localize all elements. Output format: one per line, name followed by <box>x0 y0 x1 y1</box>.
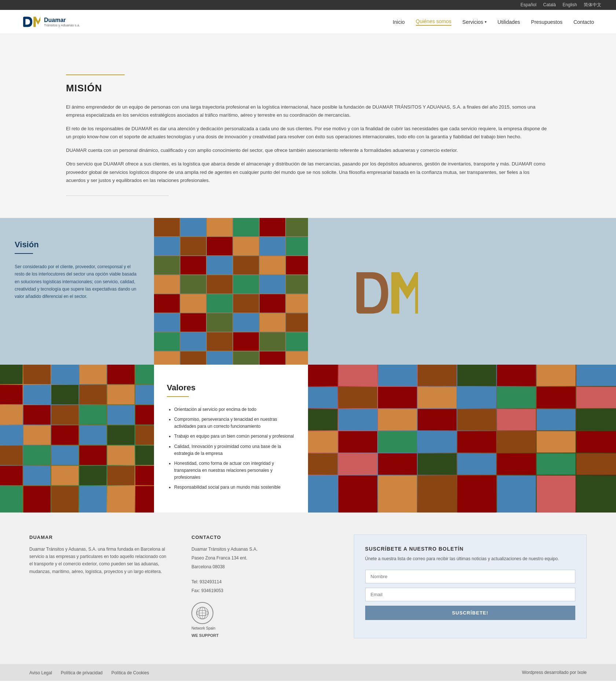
svg-rect-65 <box>135 405 154 424</box>
footer-company-description: Duamar Tránsitos y Aduanas, S.A. una fir… <box>29 546 169 576</box>
newsletter-email-input[interactable] <box>365 588 575 601</box>
valores-divider <box>167 396 189 397</box>
logo-subtitle: Tránsitos y Aduanas s.a. <box>44 23 80 27</box>
svg-rect-31 <box>180 313 206 332</box>
svg-rect-90 <box>308 365 338 386</box>
svg-rect-38 <box>207 332 232 351</box>
svg-rect-74 <box>51 445 78 465</box>
svg-rect-30 <box>154 313 180 332</box>
svg-rect-101 <box>418 387 456 408</box>
svg-rect-96 <box>537 365 576 386</box>
svg-rect-20 <box>207 275 232 293</box>
svg-rect-137 <box>576 475 616 513</box>
newsletter-box: SUSCRÍBETE A NUESTRO BOLETÍN Únete a nue… <box>354 535 587 638</box>
svg-rect-34 <box>260 313 285 332</box>
svg-rect-77 <box>135 445 154 465</box>
svg-rect-36 <box>154 332 180 351</box>
top-bar: Español Català English 简体中文 <box>0 0 616 10</box>
logo[interactable]: Duamar Tránsitos y Aduanas s.a. <box>22 15 80 28</box>
svg-rect-35 <box>286 313 308 332</box>
footer: DUAMAR Duamar Tránsitos y Aduanas, S.A. … <box>0 513 616 664</box>
lang-chinese[interactable]: 简体中文 <box>584 2 601 7</box>
svg-rect-48 <box>0 365 23 384</box>
nav-servicios[interactable]: Servicios ▾ <box>462 19 487 25</box>
lang-catala[interactable]: Català <box>543 2 556 7</box>
svg-rect-41 <box>286 332 308 351</box>
svg-rect-117 <box>418 431 456 452</box>
servicios-dropdown-arrow: ▾ <box>485 20 487 24</box>
svg-rect-22 <box>260 275 285 293</box>
lang-espanol[interactable]: Español <box>521 2 536 7</box>
svg-rect-134 <box>457 475 496 513</box>
svg-rect-118 <box>457 431 496 452</box>
svg-rect-32 <box>207 313 232 332</box>
svg-rect-67 <box>23 425 51 445</box>
svg-rect-25 <box>180 294 206 313</box>
svg-rect-130 <box>308 475 338 513</box>
nav-utilidades[interactable]: Utilidades <box>498 19 520 25</box>
svg-rect-73 <box>23 445 51 465</box>
un-support-label: WE SUPPORT <box>191 633 219 638</box>
svg-rect-63 <box>79 405 106 424</box>
svg-rect-61 <box>23 405 51 424</box>
mision-p1: El ánimo emprendedor de un equipo de per… <box>66 103 550 119</box>
svg-rect-87 <box>79 486 106 513</box>
valores-list: Orientación al servicio por encima de to… <box>167 406 295 491</box>
footer-cookies-link[interactable]: Política de Cookies <box>111 670 149 675</box>
newsletter-name-input[interactable] <box>365 570 575 583</box>
svg-rect-26 <box>207 294 232 313</box>
svg-rect-8 <box>207 237 232 255</box>
svg-rect-131 <box>338 475 377 513</box>
valores-center: Valores Orientación al servicio por enci… <box>154 365 308 513</box>
svg-rect-133 <box>418 475 456 513</box>
svg-rect-123 <box>338 453 377 474</box>
footer-legal-link[interactable]: Aviso Legal <box>29 670 52 675</box>
svg-rect-76 <box>107 445 135 465</box>
nav-contacto[interactable]: Contacto <box>573 19 594 25</box>
svg-rect-116 <box>378 431 417 452</box>
newsletter-subscribe-button[interactable]: SUSCRÍBETE! <box>365 606 575 620</box>
svg-rect-27 <box>233 294 259 313</box>
svg-rect-37 <box>180 332 206 351</box>
svg-rect-59 <box>135 385 154 404</box>
svg-rect-93 <box>418 365 456 386</box>
main-nav: Inicio Quiénes somos Servicios ▾ Utilida… <box>393 18 594 26</box>
svg-rect-125 <box>418 453 456 474</box>
newsletter-description: Únete a nuestra lista de correo para rec… <box>365 555 575 562</box>
svg-rect-51 <box>79 365 106 384</box>
svg-rect-120 <box>537 431 576 452</box>
svg-rect-44 <box>207 351 232 365</box>
logo-name: Duamar <box>44 17 80 23</box>
svg-rect-70 <box>107 425 135 445</box>
svg-rect-11 <box>286 237 308 255</box>
un-compact: Network Spain WE SUPPORT <box>191 602 331 638</box>
nav-inicio[interactable]: Inicio <box>393 19 405 25</box>
svg-rect-62 <box>51 405 78 424</box>
svg-rect-7 <box>180 237 206 255</box>
svg-rect-88 <box>107 486 135 513</box>
svg-rect-2 <box>207 218 232 236</box>
nav-presupuestos[interactable]: Presupuestos <box>531 19 562 25</box>
newsletter-title: SUSCRÍBETE A NUESTRO BOLETÍN <box>365 546 575 552</box>
svg-rect-109 <box>418 409 456 430</box>
svg-rect-97 <box>576 365 616 386</box>
logo-icon <box>22 15 40 28</box>
globe-icon <box>196 606 209 620</box>
svg-rect-12 <box>154 256 180 274</box>
vision-left: Visión Ser considerado por el cliente, p… <box>0 218 154 365</box>
svg-rect-18 <box>154 275 180 293</box>
svg-rect-86 <box>51 486 78 513</box>
footer-wp-credit: Wordpress desarrollado por Ixole <box>522 670 587 675</box>
lang-english[interactable]: English <box>562 2 577 7</box>
svg-rect-92 <box>378 365 417 386</box>
svg-rect-13 <box>180 256 206 274</box>
footer-privacy-link[interactable]: Política de privacidad <box>61 670 103 675</box>
svg-rect-29 <box>286 294 308 313</box>
vision-divider <box>15 253 33 254</box>
svg-rect-129 <box>576 453 616 474</box>
svg-rect-68 <box>51 425 78 445</box>
nav-quienes-somos[interactable]: Quiénes somos <box>416 18 451 26</box>
vision-section: Visión Ser considerado por el cliente, p… <box>0 218 616 365</box>
svg-rect-104 <box>537 387 576 408</box>
footer-top: DUAMAR Duamar Tránsitos y Aduanas, S.A. … <box>29 535 587 638</box>
